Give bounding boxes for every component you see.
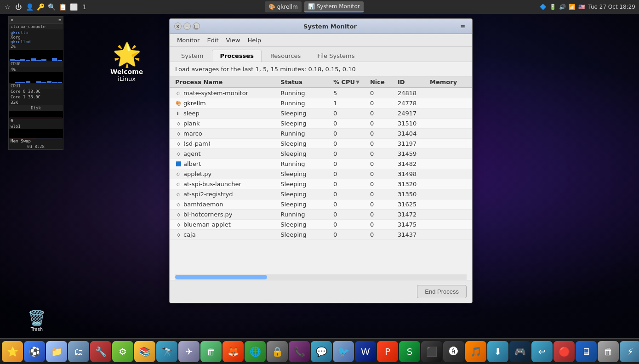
taskbar-clipboard-icon[interactable]: 📋: [58, 2, 67, 11]
table-row[interactable]: ◇ bl-hotcorners.py Running 0 0 31472: [170, 210, 472, 220]
dock-icon-backup[interactable]: ↩: [531, 341, 553, 362]
process-name: bamfdaemon: [183, 201, 223, 208]
table-row[interactable]: ◇ agent Sleeping 0 0 31459: [170, 149, 472, 159]
dock-icon-viber[interactable]: 📞: [289, 341, 310, 362]
process-cpu: 0: [333, 211, 370, 218]
table-row[interactable]: ◇ applet.py Sleeping 0 0 31498: [170, 169, 472, 179]
process-status: Sleeping: [280, 201, 333, 208]
taskbar-screen-icon[interactable]: ⬜: [69, 2, 78, 11]
taskbar-star-icon[interactable]: ☆: [3, 2, 12, 11]
process-name-cell: ◇ agent: [175, 150, 280, 157]
dock-icon-system-settings[interactable]: ⚙: [112, 341, 133, 362]
process-cpu: 0: [333, 191, 370, 198]
process-status: Sleeping: [280, 191, 333, 198]
tab-processes[interactable]: Processes: [212, 50, 261, 62]
dock-icon-skype[interactable]: 💬: [311, 341, 332, 362]
menubar-edit[interactable]: Edit: [203, 36, 222, 45]
dock-icon-file-manager[interactable]: 🗂: [68, 341, 89, 362]
gkrellm-proc-gkrellm: gkrellm: [11, 30, 61, 35]
dock-icon-wps-sheets[interactable]: S: [399, 341, 420, 362]
trash-desktop-icon[interactable]: 🗑️ Trash: [28, 309, 46, 332]
dock-icon-chrome[interactable]: 🌐: [245, 341, 266, 362]
process-nice: 0: [370, 110, 398, 117]
table-row[interactable]: ◇ at-spi-bus-launcher Sleeping 0 0 31320: [170, 179, 472, 189]
menubar-view[interactable]: View: [223, 36, 244, 45]
dock-icon-trash[interactable]: 🗑: [200, 341, 222, 362]
table-row[interactable]: 🟦 albert Running 0 0 31482: [170, 159, 472, 169]
h-scrollbar[interactable]: [175, 274, 467, 280]
window-menu-btn[interactable]: ≡: [458, 22, 468, 31]
bar: [47, 81, 52, 83]
taskbar-power-icon[interactable]: ⏻: [14, 2, 23, 11]
process-list[interactable]: ◇ mate-system-monitor Running 5 0 24818 …: [170, 88, 472, 249]
taskbar-search-icon[interactable]: 🔍: [47, 2, 56, 11]
gkrellm-widget: × ≡ ilinux-compute gkrellm Xorg gkrellmd…: [8, 16, 63, 150]
gkrellm-cpu0-percent: 4%: [9, 67, 63, 72]
col-status[interactable]: Status: [280, 79, 333, 85]
window-minimize-btn[interactable]: –: [183, 23, 191, 30]
table-row[interactable]: ◇ bamfdaemon Sleeping 0 0 31625: [170, 199, 472, 210]
dock-icon-trash[interactable]: 🗑: [598, 341, 619, 362]
dock-icon-steam[interactable]: 🎮: [509, 341, 531, 362]
dock-icon-proxy[interactable]: 🔒: [267, 341, 288, 362]
dock-icon-firefox[interactable]: 🦊: [223, 341, 244, 362]
dock-icon-arduino[interactable]: ⚡: [620, 341, 639, 362]
gkrellm-taskbar-btn[interactable]: 🎨 gkrellm: [265, 1, 302, 12]
taskbar-user-icon[interactable]: 👤: [25, 2, 34, 11]
dock-icon-files[interactable]: 📁: [46, 341, 67, 362]
taskbar-flag-icon: 🇺🇸: [578, 4, 585, 10]
col-cpu[interactable]: % CPU ▼: [333, 79, 370, 85]
dock-icon-git[interactable]: 🔴: [553, 341, 575, 362]
process-name: (sd-pam): [183, 140, 211, 147]
col-memory[interactable]: Memory: [430, 79, 467, 85]
process-nice: 0: [370, 201, 398, 208]
process-status: Running: [280, 130, 333, 137]
table-row[interactable]: ◇ (sd-pam) Sleeping 0 0 31197: [170, 139, 472, 149]
gkrellm-close-icon[interactable]: ×: [11, 17, 13, 23]
table-row[interactable]: ◇ plank Sleeping 0 0 31510: [170, 119, 472, 129]
tab-resources[interactable]: Resources: [262, 50, 308, 62]
table-row[interactable]: ◇ mate-system-monitor Running 5 0 24818: [170, 88, 472, 98]
dock-icon-word[interactable]: W: [355, 341, 376, 362]
col-nice[interactable]: Nice: [370, 79, 398, 85]
dock-icon-favorites[interactable]: ⭐: [2, 341, 23, 362]
tab-filesystems[interactable]: File Systems: [309, 50, 362, 62]
process-name-cell: ◇ plank: [175, 120, 280, 127]
dock-icon-app-store[interactable]: ⬛: [421, 341, 442, 362]
dock-icon-vlc[interactable]: 🎵: [465, 341, 486, 362]
menubar-monitor[interactable]: Monitor: [173, 36, 203, 45]
col-id[interactable]: ID: [398, 79, 430, 85]
table-row[interactable]: ◇ caja Sleeping 0 0 31437: [170, 230, 472, 240]
process-icon: ◇: [175, 120, 182, 127]
tab-system[interactable]: System: [173, 50, 211, 62]
dock-icon-binoculars[interactable]: 🔭: [156, 341, 177, 362]
dock-icon-anonymous[interactable]: 🅐: [443, 341, 464, 362]
window-close-btn[interactable]: ×: [174, 23, 182, 30]
process-status: Sleeping: [280, 120, 333, 127]
table-row[interactable]: ◇ marco Running 0 0 31404: [170, 129, 472, 139]
dock-icon-qbittorrent[interactable]: ⬇: [487, 341, 508, 362]
sysmon-taskbar-btn[interactable]: 📊 System Monitor: [304, 1, 364, 12]
gkrellm-mem-swap: Mem Swap: [9, 138, 63, 144]
table-row[interactable]: 🎨 gkrellm Running 1 0 24778: [170, 98, 472, 108]
process-icon: ◇: [175, 211, 182, 218]
taskbar-left-icons: ☆ ⏻ 👤 🔑 🔍 📋 ⬜ 1: [0, 2, 92, 11]
dock-icon-bookmarks[interactable]: 📚: [134, 341, 155, 362]
table-row[interactable]: ◇ blueman-applet Sleeping 0 0 31475: [170, 220, 472, 230]
dock-icon-mate-settings[interactable]: 🔧: [90, 341, 111, 362]
dock-icon-thunderbird[interactable]: 🐦: [333, 341, 354, 362]
taskbar-key-icon[interactable]: 🔑: [36, 2, 45, 11]
dock-icon-airplane[interactable]: ✈: [178, 341, 200, 362]
table-row[interactable]: ⏸ sleep Sleeping 0 0 24917: [170, 108, 472, 119]
process-id: 24778: [398, 100, 430, 107]
dock-icon-apps[interactable]: ⚽: [24, 341, 45, 362]
col-process-name[interactable]: Process Name: [175, 79, 280, 85]
process-nice: 0: [370, 191, 398, 198]
menubar-help[interactable]: Help: [244, 36, 265, 45]
gkrellm-menu-icon[interactable]: ≡: [58, 17, 61, 23]
dock-icon-rdp[interactable]: 🖥: [576, 341, 597, 362]
end-process-button[interactable]: End Process: [417, 285, 467, 298]
dock-icon-wps[interactable]: P: [377, 341, 398, 362]
window-maximize-btn[interactable]: □: [193, 23, 200, 30]
table-row[interactable]: ◇ at-spi2-registryd Sleeping 0 0 31350: [170, 189, 472, 199]
